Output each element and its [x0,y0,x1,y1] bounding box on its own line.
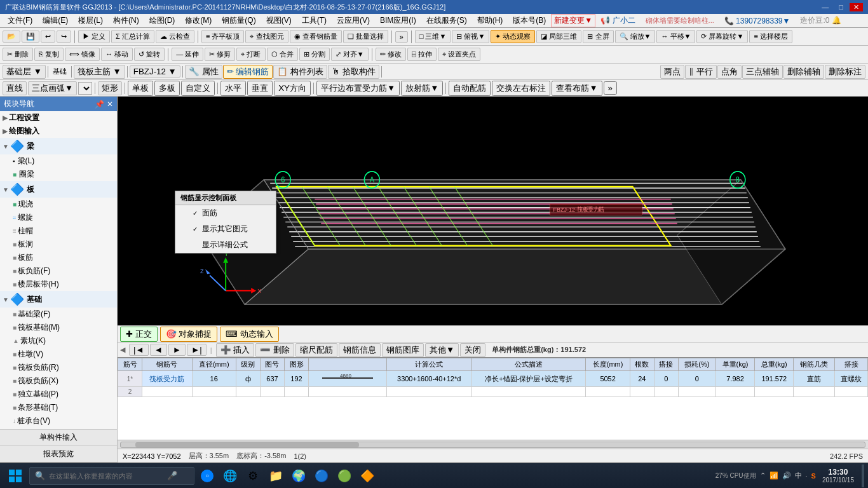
btn-align-top[interactable]: ≡ 齐平板顶 [201,30,244,43]
sidebar-item-cast-in-place[interactable]: ■ 现浇 [0,198,117,211]
btn-merge[interactable]: ⬡ 合并 [267,48,298,61]
btn-delete[interactable]: ✂ 删除 [3,48,33,61]
btn-cloud-check[interactable]: ☁ 云检查 [156,30,194,43]
menu-modify[interactable]: 修改(M) [180,14,217,27]
btn-pan[interactable]: ↔ 平移▼ [656,30,695,43]
menu-phone[interactable]: 📞 13907298339▼ [719,15,796,27]
context-menu[interactable]: 钢筋显示控制面板 ✓ 面筋 ✓ 显示其它图元 显示详细公式 [175,191,276,254]
btn-find[interactable]: ⌖ 查找图元 [245,30,288,43]
sidebar-item-beam-l[interactable]: ▪ 梁(L) [0,154,117,168]
btn-topview[interactable]: ⊟ 俯视▼ [452,30,489,43]
sidebar-item-col-cap[interactable]: ≡ 柱帽 [0,224,117,238]
menu-file[interactable]: 文件(F) [3,14,37,27]
btn-fullscreen[interactable]: ⊞ 全屏 [583,30,613,43]
btn-rect[interactable]: 矩形 [98,81,122,95]
btn-ortho[interactable]: ✚ 正交 [120,327,158,342]
btn-split[interactable]: ⊞ 分割 [299,48,330,61]
mic-icon[interactable]: 🎤 [167,471,177,480]
btn-undo[interactable]: ↩ [41,30,55,43]
btn-view-rebar[interactable]: ◉ 查看钢筋量 [290,30,342,43]
sidebar-item-raft-neg-r[interactable]: ■ 筏板负筋(R) [0,361,117,374]
btn-insert-row[interactable]: ➕ 插入 [216,343,255,357]
sidebar-item-raft-found-m[interactable]: ■ 筏板基础(M) [0,321,117,334]
btn-swap-annot[interactable]: 交换左右标注 [492,81,550,96]
tray-up-icon[interactable]: ⌃ [760,471,766,480]
tray-sougou[interactable]: S [811,472,816,480]
menu-help[interactable]: 帮助(H) [472,14,508,27]
btn-align[interactable]: ⤢ 对齐▼ [331,48,369,61]
btn-xy[interactable]: XY方向 [274,81,311,96]
btn-parallel-rebar[interactable]: 平行边布置受力筋▼ [316,81,400,96]
sidebar-item-raft-neg-x[interactable]: ■ 筏板负筋(X) [0,374,117,388]
sidebar-item-pile-cap-v[interactable]: ↓ 桩承台(V) [0,414,117,428]
tray-volume[interactable]: 🔊 [782,471,791,480]
sidebar-item-isolated-found[interactable]: ■ 独立基础(P) [0,388,117,401]
btn-comp-type[interactable]: 筏板主筋 ▼ [74,65,125,79]
btn-last[interactable]: ►| [187,344,207,356]
close-btn[interactable]: ✕ [850,3,863,11]
btn-zoom[interactable]: 🔍 缩放▼ [615,30,656,43]
menu-tools[interactable]: 工具(T) [297,14,332,27]
btn-local3d[interactable]: ◪ 局部三维 [536,30,581,43]
horizontal-scrollbar[interactable] [118,440,868,449]
taskbar-icon-app3[interactable]: 🔶 [357,466,377,486]
btn-delete-row[interactable]: ➖ 删除 [255,343,294,357]
menu-floor[interactable]: 楼层(L) [73,14,108,27]
ctx-item-face-rebar[interactable]: ✓ 面筋 [175,205,276,221]
table-row[interactable]: 1* 筏板受力筋 16 ф 637 192 4860 [118,371,868,387]
btn-batch-select[interactable]: ❑ 批量选择 [343,30,388,43]
start-button[interactable] [4,464,27,487]
btn-arc[interactable]: 三点画弧▼ [28,81,77,95]
taskbar-icon-cortana[interactable]: ○ [197,466,217,486]
btn-select-floor[interactable]: ≡ 选择楼层 [749,30,792,43]
btn-break[interactable]: ⌖ 打断 [236,48,265,61]
sidebar-item-slab[interactable]: ▼ 🔷 板 [0,181,117,198]
taskbar-icon-settings[interactable]: ⚙ [243,466,263,486]
btn-scale-rebar[interactable]: 缩尺配筋 [295,343,337,357]
tray-ime[interactable]: 中 [795,471,802,480]
btn-rotate[interactable]: ↺ 旋转 [134,48,165,61]
sidebar-item-ring-beam[interactable]: ■ 圈梁 [0,168,117,181]
btn-del-annotation[interactable]: 删除标注 [825,65,865,79]
btn-copy[interactable]: ⎘ 复制 [34,48,64,61]
btn-rebar-lib[interactable]: 钢筋图库 [382,343,424,357]
menu-version[interactable]: 版本号(B) [508,14,551,27]
sidebar-item-pit-k[interactable]: ▲ 素坑(K) [0,334,117,348]
btn-trim[interactable]: ✂ 修剪 [205,48,235,61]
btn-edit-rebar[interactable]: ✏ 编辑钢筋 [223,65,273,79]
menu-online[interactable]: 在线服务(S) [421,14,472,27]
btn-view-rebar-layout[interactable]: 查看布筋▼ [552,81,602,96]
btn-horizontal[interactable]: 水平 [220,81,246,96]
btn-snap[interactable]: 🎯 对象捕捉 [160,327,218,342]
sidebar-content[interactable]: ▶ 工程设置 ▶ 绘图输入 ▼ 🔷 梁 ▪ 梁(L) [0,111,117,429]
menu-draw[interactable]: 绘图(D) [144,14,180,27]
sidebar-item-draw-input[interactable]: ▶ 绘图输入 [0,125,117,138]
sidebar-item-slab-hole[interactable]: ■ 板洞 [0,238,117,251]
taskbar-icon-app1[interactable]: 🔵 [311,466,332,486]
taskbar-search[interactable]: 🔍 🎤 [29,467,194,485]
menu-edit[interactable]: 编辑(E) [37,14,73,27]
btn-modify[interactable]: ✏ 修改 [376,48,406,61]
btn-properties[interactable]: 🔧 属性 [185,65,222,79]
menu-view[interactable]: 视图(V) [261,14,297,27]
taskbar-icon-app2[interactable]: 🟢 [334,466,355,486]
btn-next[interactable]: ► [168,344,186,356]
table-row[interactable]: 2 [118,387,868,397]
btn-custom[interactable]: 自定义 [181,81,215,96]
btn-rebar-info[interactable]: 钢筋信息 [339,343,381,357]
btn-radial[interactable]: 放射筋▼ [401,81,443,96]
btn-sum[interactable]: Σ 汇总计算 [111,30,154,43]
search-input[interactable] [49,472,163,480]
btn-point-angle[interactable]: 点角 [717,65,742,79]
menu-rebar[interactable]: 钢筋量(Q) [217,14,261,27]
btn-single-component[interactable]: 单构件输入 [0,430,117,446]
btn-pick-comp[interactable]: 🖱 拾取构件 [328,65,379,79]
btn-comp-name[interactable]: FBZJ-12 ▼ [130,65,180,78]
taskbar-icon-browser[interactable]: 🌐 [220,466,240,486]
sidebar-item-col-pier[interactable]: ■ 柱墩(V) [0,348,117,361]
ctx-item-detail-formula[interactable]: 显示详细公式 [175,237,276,253]
taskbar-icon-folder[interactable]: 📁 [266,466,286,486]
sidebar-item-found-beam-f[interactable]: ■ 基础梁(F) [0,308,117,321]
menu-bim[interactable]: BIM应用(I) [375,14,421,27]
taskbar-icon-edge[interactable]: 🌍 [288,466,309,486]
